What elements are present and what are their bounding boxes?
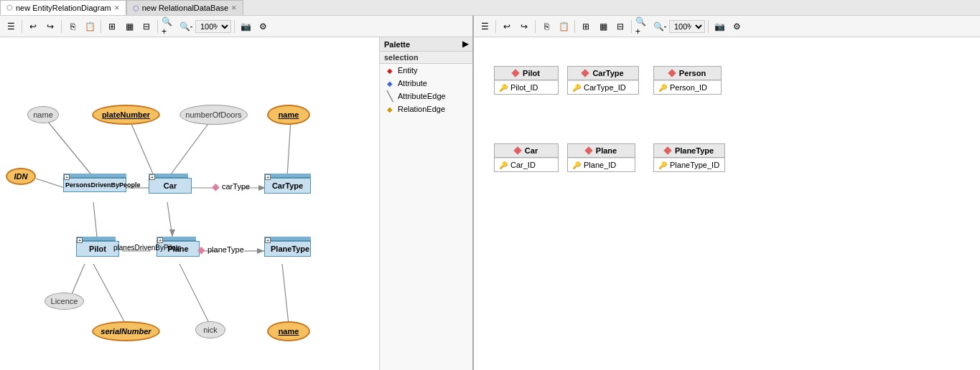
erd-new-btn[interactable]: ☰: [3, 19, 19, 34]
tab-rdb[interactable]: ⬡ new RelationalDataBase ✕: [126, 0, 243, 15]
cartype-relation-label: carType: [222, 182, 250, 191]
palette-item-relationedge[interactable]: ◆ RelationEdge: [380, 103, 472, 115]
attr-idn-label: IDN: [14, 172, 28, 181]
erd-grid-btn[interactable]: ⊟: [139, 19, 154, 34]
rdb-tab-label: new RelationalDataBase: [142, 4, 228, 12]
relation-planes-pilots: planesDrivenByPilots: [113, 244, 182, 252]
palette-arrow-icon[interactable]: ▶: [462, 39, 468, 49]
rdb-export-btn[interactable]: 📷: [711, 19, 727, 34]
rdb-zoomin-btn[interactable]: 🔍+: [635, 19, 650, 34]
erd-zoomin-btn[interactable]: 🔍+: [161, 19, 177, 34]
rdb-plane-title: Plane: [596, 146, 617, 155]
rdb-cartype-title: CarType: [592, 69, 623, 77]
erd-redo-btn[interactable]: ↪: [42, 19, 58, 34]
car-key-icon: 🔑: [499, 161, 508, 169]
attr-nick: nick: [195, 321, 225, 338]
cartype-expand[interactable]: +: [265, 174, 271, 180]
rdb-zoom-container: 100%: [669, 20, 705, 33]
person-header-icon: [668, 69, 676, 77]
pilot-expand[interactable]: +: [77, 237, 83, 243]
rdb-pilot-id-label: Pilot_ID: [510, 83, 538, 92]
main-container: ⬡ new EntityRelationDiagram ✕ ⬡ new Rela…: [0, 0, 980, 370]
relation-cartype: ◆ carType: [212, 181, 250, 192]
rdb-zoomout-btn[interactable]: 🔍-: [652, 19, 668, 34]
planes-pilots-label: planesDrivenByPilots: [113, 244, 182, 252]
entity-planetype[interactable]: + PlaneType: [264, 237, 311, 257]
svg-line-8: [167, 202, 172, 237]
entity-cartype[interactable]: + CarType: [264, 174, 311, 194]
palette-relationedge-label: RelationEdge: [398, 105, 445, 113]
attributeedge-line-icon: ╲: [386, 92, 394, 100]
erd-align-btn[interactable]: ⊞: [104, 19, 120, 34]
attr-doors: numberOfDoors: [179, 105, 248, 125]
attr-name-person-label: name: [33, 110, 53, 119]
rdb-new-btn[interactable]: ☰: [477, 19, 493, 34]
rdb-zoom-select[interactable]: 100%: [669, 20, 705, 33]
plane-expand[interactable]: +: [157, 237, 163, 243]
rdb-person-id-label: Person_ID: [670, 83, 707, 92]
sep3: [101, 20, 101, 33]
erd-zoom-select[interactable]: 100%: [195, 20, 231, 33]
persons-expand[interactable]: +: [64, 174, 70, 180]
rdb-redo-btn[interactable]: ↪: [516, 19, 532, 34]
rdb-cartype-header: CarType: [568, 67, 638, 80]
rdb-table-pilot[interactable]: Pilot 🔑 Pilot_ID: [494, 66, 559, 95]
entity-persons[interactable]: + PersonsDrivenByPeople: [63, 174, 126, 192]
rdb-paste-btn[interactable]: 📋: [556, 19, 571, 34]
planetype-header-icon: [663, 146, 671, 154]
svg-line-1: [129, 119, 154, 177]
erd-paste-btn[interactable]: 📋: [82, 19, 98, 34]
relationedge-diamond-icon: ◆: [386, 105, 394, 113]
rdb-plane-row-id: 🔑 Plane_ID: [568, 158, 635, 171]
rdb-panel: ☰ ↩ ↪ ⎘ 📋 ⊞ ▦ ⊟ 🔍+ 🔍- 100%: [474, 16, 980, 370]
erd-tab-close[interactable]: ✕: [114, 4, 120, 11]
rdb-sep3: [574, 20, 575, 33]
rdb-sep5: [708, 20, 709, 33]
car-header-icon: [513, 146, 521, 154]
rdb-grid-btn[interactable]: ⊟: [612, 19, 628, 34]
attr-licence: Licence: [45, 293, 84, 310]
attr-licence-label: Licence: [51, 297, 78, 305]
svg-line-2: [169, 119, 212, 177]
svg-line-15: [179, 264, 210, 324]
palette-item-attribute[interactable]: ◆ Attribute: [380, 77, 472, 90]
palette-item-attributeedge[interactable]: ╲ AttributeEdge: [380, 90, 472, 103]
rdb-align-btn[interactable]: ⊞: [578, 19, 594, 34]
rdb-table-plane[interactable]: Plane 🔑 Plane_ID: [567, 143, 635, 172]
tab-erd[interactable]: ⬡ new EntityRelationDiagram ✕: [0, 0, 126, 15]
rdb-undo-btn[interactable]: ↩: [499, 19, 515, 34]
rdb-layout-btn[interactable]: ▦: [595, 19, 611, 34]
erd-zoomout-btn[interactable]: 🔍-: [178, 19, 194, 34]
rdb-table-person[interactable]: Person 🔑 Person_ID: [653, 66, 722, 95]
rdb-cartype-row-id: 🔑 CarType_ID: [568, 80, 638, 94]
palette-section-selection: selection: [380, 52, 472, 64]
erd-zoom-select-container: 100%: [195, 20, 231, 33]
sep5: [234, 20, 235, 33]
person-key-icon: 🔑: [658, 84, 667, 92]
erd-settings-btn[interactable]: ⚙: [255, 19, 271, 34]
erd-undo-btn[interactable]: ↩: [25, 19, 41, 34]
rdb-settings-btn[interactable]: ⚙: [729, 19, 745, 34]
rdb-table-car[interactable]: Car 🔑 Car_ID: [494, 143, 559, 172]
rdb-sep1: [495, 20, 496, 33]
rdb-table-planetype[interactable]: PlaneType 🔑 PlaneType_ID: [653, 143, 725, 172]
entity-diamond-icon: ◆: [386, 66, 394, 75]
planetype-key-icon: 🔑: [658, 161, 667, 169]
rdb-table-cartype[interactable]: CarType 🔑 CarType_ID: [567, 66, 639, 95]
rdb-copy-btn[interactable]: ⎘: [538, 19, 554, 34]
erd-layout-btn[interactable]: ▦: [121, 19, 137, 34]
rdb-planetype-id-label: PlaneType_ID: [670, 161, 719, 169]
car-expand[interactable]: +: [149, 174, 155, 180]
entity-car-label: Car: [149, 178, 192, 194]
attr-name-cartype-label: name: [279, 110, 299, 119]
sep2: [61, 20, 62, 33]
entity-pilot[interactable]: + Pilot: [76, 237, 116, 257]
planetype-expand[interactable]: +: [265, 237, 271, 243]
attr-serial-label: serialNumber: [101, 327, 151, 336]
entity-car[interactable]: + Car: [149, 174, 188, 194]
erd-export-btn[interactable]: 📷: [238, 19, 253, 34]
svg-marker-19: [257, 248, 264, 254]
erd-copy-btn[interactable]: ⎘: [65, 19, 80, 34]
palette-item-entity[interactable]: ◆ Entity: [380, 64, 472, 77]
rdb-tab-close[interactable]: ✕: [231, 4, 237, 11]
